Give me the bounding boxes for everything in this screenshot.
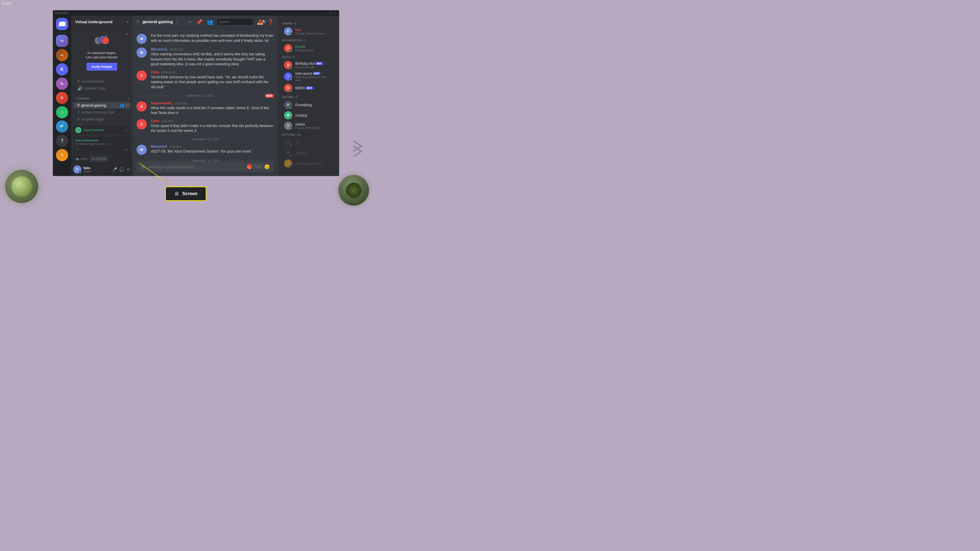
discord-home-icon[interactable] — [56, 18, 68, 30]
divider-line-left-3 — [137, 160, 189, 161]
msg-avatar-3: C — [137, 70, 147, 81]
chat-channel-name: general-gaming — [142, 20, 173, 24]
member-item-birthday-bot[interactable]: B Birthday Bot BOT ✓ Playing bb.help — [280, 60, 337, 70]
category-add-icon[interactable]: + — [128, 96, 130, 101]
voice-members-icon[interactable]: 👥 — [120, 124, 124, 124]
user-settings-button[interactable]: ⚙ — [126, 167, 130, 172]
member-item-alex[interactable]: A Alex (ole-some!) — [280, 159, 337, 168]
message-header-6: Maverick 9/22/2020 — [151, 144, 274, 148]
friends-title-line1: An adventure begins. — [86, 51, 118, 56]
channel-general-chat[interactable]: 🔊 General Chat — [73, 85, 130, 92]
channel-animal-crossing[interactable]: # animal-crossing-chat — [73, 109, 130, 116]
channel-name-animal-crossing: animal-crossing-chat — [81, 110, 128, 114]
gift-icon[interactable]: 🎁 — [247, 164, 252, 170]
message-content-6: Maverick 9/22/2020 XES? Oh, like Xbox En… — [151, 144, 274, 155]
mute-button[interactable]: 🎤 — [111, 167, 118, 172]
member-item-faits[interactable]: F faits Playing Cloud Gardens — [280, 26, 337, 37]
channel-hash-icon: # — [137, 19, 139, 25]
member-item-zahan[interactable]: Z zahan Playing Path of Exile — [280, 121, 337, 131]
close-button[interactable]: ✕ — [334, 11, 337, 14]
message-add-icon[interactable]: ⊕ — [138, 162, 147, 172]
channel-general-gaming[interactable]: # general-gaming 👥 ⚙ — [73, 102, 130, 109]
screen-button-highlight[interactable]: 🖥 Screen — [165, 186, 207, 201]
message-timestamp-5: 9/21/2020 — [161, 120, 174, 123]
voice-channel-icon: 🔊 — [77, 86, 83, 91]
member-name-mclazyj: mclazyj — [295, 113, 307, 118]
pin-icon[interactable]: 📌 — [196, 19, 203, 25]
text-channel-icon-gaming: # — [77, 103, 80, 108]
member-item-mee6[interactable]: M MEE6 BOT ✓ — [280, 83, 337, 93]
game-activity-settings-icon[interactable]: □ — [126, 128, 128, 132]
discord-main: VU WE K VL R ⬡ — [53, 16, 339, 176]
members-icon[interactable]: 👥 — [207, 19, 213, 25]
channel-members-icon[interactable]: 👥 — [120, 103, 124, 107]
voice-gear-icon[interactable]: ⚙ — [125, 124, 128, 124]
search-input[interactable] — [219, 20, 262, 24]
title-bar-title: DISCORD — [55, 11, 324, 14]
edit-icon[interactable]: ✏ — [188, 19, 192, 25]
invite-people-button[interactable]: Invite People — [86, 63, 117, 71]
friends-popup-title: An adventure begins. Let's add some frie… — [86, 51, 118, 60]
message-author-6: Maverick — [151, 144, 167, 148]
message-timestamp-2: 09/08/2020 — [169, 48, 183, 51]
member-item-alatetix[interactable]: A alatetix — [280, 148, 337, 158]
member-name-inter-punct: inter-punct — [295, 71, 312, 76]
server-icon-4[interactable]: VL — [56, 78, 68, 90]
emoji-icon[interactable]: 😊 — [264, 164, 270, 170]
minimize-button[interactable]: — — [324, 11, 327, 14]
message-group-4: S SupremeAC 9/21/2020 What MS really nee… — [132, 100, 278, 117]
server-icon-vu[interactable]: VU — [56, 35, 68, 47]
channel-vu-game-night-voice[interactable]: 🔊 VU Game Night Co... 👥 ⚙ — [73, 123, 130, 124]
message-input-box: ⊕ 🎁 GIF 😊 — [137, 162, 274, 172]
date-divider-text-sep22: September 22, 2020 — [191, 138, 219, 141]
voice-actions: 〰 ↩ — [75, 147, 128, 152]
member-status-dot-dreadplug — [290, 106, 292, 109]
server-icon-6[interactable]: ⬡ — [56, 106, 68, 118]
member-item-duskit[interactable]: D Duskit Playing Hades — [280, 43, 337, 53]
video-label: Video — [80, 157, 88, 161]
channel-gear-icon[interactable]: ⚙ — [125, 103, 128, 107]
message-text-6: XES? Oh, like Xbox Entertainment System.… — [151, 149, 274, 154]
user-status-dot — [79, 171, 81, 173]
voice-connected-panel: Voice Connected VU Game Night Comms 1 / … — [73, 137, 130, 154]
message-content-5: Ceta 9/21/2020 I'd be upset if they didn… — [151, 119, 274, 133]
voice-waves-button[interactable]: 〰 — [75, 147, 80, 152]
member-avatar-zahan: Z — [284, 122, 292, 130]
help-icon[interactable]: ❓ — [267, 19, 274, 25]
member-status-faits: Playing Cloud Gardens — [295, 32, 324, 35]
channel-category-gaming[interactable]: ▾ GAMING + — [71, 92, 132, 102]
member-info-faits: faits Playing Cloud Gardens — [295, 28, 324, 35]
maximize-button[interactable]: □ — [329, 11, 332, 14]
video-button[interactable]: 📹 Video — [73, 156, 90, 162]
voice-disconnect-button[interactable]: ↩ — [124, 147, 128, 152]
server-icon-5[interactable]: R — [56, 92, 68, 104]
channel-current-events[interactable]: # current-events — [73, 78, 130, 85]
member-status-dot-7z — [290, 144, 292, 147]
member-item-inter-punct[interactable]: I inter-punct BOT ✓ Watching ip!help on … — [280, 70, 337, 83]
message-group-6: M Maverick 9/22/2020 XES? Oh, like Xbox … — [132, 143, 278, 156]
message-group-5: C Ceta 9/21/2020 I'd be upset if they di… — [132, 118, 278, 135]
user-bar-name: faits — [83, 166, 110, 170]
screen-button-sidebar[interactable]: 🖥 Screen — [90, 156, 108, 162]
member-item-mclazyj[interactable]: M mclazyj — [280, 110, 337, 121]
server-icon-8[interactable]: ? — [56, 135, 68, 147]
server-header[interactable]: Virtual Underground ▾ — [71, 16, 132, 28]
friends-popup-close[interactable]: ✕ — [125, 32, 128, 36]
gif-icon[interactable]: GIF — [255, 164, 262, 170]
server-icon-2[interactable]: WE — [56, 49, 68, 61]
user-bar: F faits #3066 🎤 🎧 ⚙ — [71, 163, 132, 176]
channel-vu-game-night[interactable]: # vu-game-night — [73, 116, 130, 122]
server-icon-7[interactable]: 🌊 — [56, 121, 68, 133]
deafen-button[interactable]: 🎧 — [119, 167, 125, 172]
member-info-inter-punct: inter-punct BOT ✓ Watching ip!help on 15… — [295, 71, 333, 82]
server-icon-9[interactable]: ✕ — [56, 149, 68, 161]
message-group-3: C Ceta 09/08/2020 You'd think someone by… — [132, 69, 278, 91]
inbox-icon[interactable]: 📥 — [257, 19, 263, 25]
message-input[interactable] — [147, 163, 245, 171]
member-item-dreadplug[interactable]: D Dreadplug — [280, 100, 337, 110]
message-author-5: Ceta — [151, 119, 159, 123]
member-item-7z[interactable]: 7 7 z — [280, 138, 337, 148]
member-avatar-duskit: D — [284, 44, 292, 52]
server-icon-3[interactable]: K — [56, 63, 68, 76]
member-category-admin: ADMIN—1 — [278, 20, 339, 26]
